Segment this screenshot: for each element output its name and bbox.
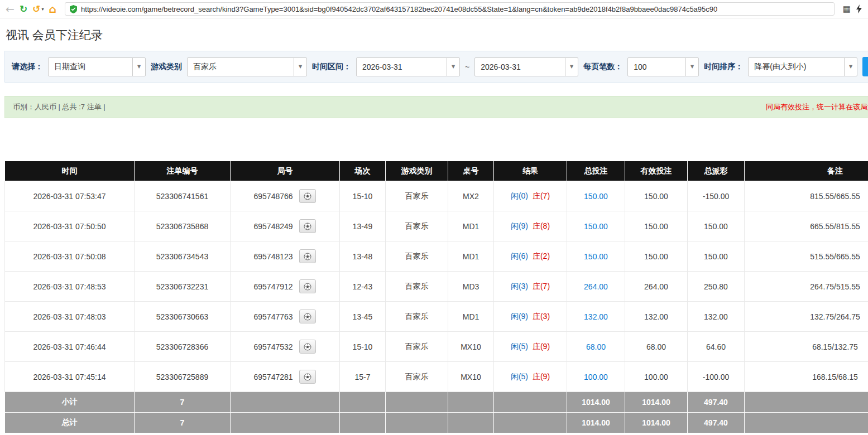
chevron-down-icon[interactable]: ▼ (294, 58, 306, 76)
result-cell: 闲(5) 庄(9) (494, 332, 567, 362)
undo-dropdown-icon[interactable]: ▾ (41, 7, 44, 12)
total-bet-link[interactable]: 150.00 (584, 222, 608, 231)
total-payout: 497.40 (688, 413, 745, 433)
time-range-label: 时间区间： (312, 62, 351, 72)
lightning-icon[interactable] (856, 4, 862, 13)
date-from-select[interactable]: 2026-03-31 ▼ (356, 57, 460, 76)
player-result: 闲(0) (511, 191, 528, 200)
table-no-cell: MX2 (448, 181, 494, 211)
sort-select[interactable]: 降幂(由大到小) ▼ (748, 57, 857, 76)
replay-button[interactable] (299, 279, 316, 293)
note-cell: 815.55/665.55 (745, 181, 868, 211)
summary-bar: 币别：人民币 | 总共 :7 注单 | 同局有效投注，统一计算在该局第 (4, 96, 868, 118)
replay-button[interactable] (299, 219, 316, 233)
banker-result: 庄(9) (533, 372, 550, 381)
round-cell: 695748249 (231, 211, 340, 241)
valid-bet-cell: 100.00 (625, 362, 688, 392)
round-id: 695747912 (254, 282, 293, 291)
replay-button[interactable] (299, 370, 316, 384)
col-bet-id: 注单编号 (135, 161, 231, 181)
page-size-select[interactable]: 100 ▼ (627, 57, 699, 76)
table-body: 2026-03-31 07:53:47 523306741561 6957487… (5, 181, 868, 392)
table-no-cell: MX10 (448, 362, 494, 392)
query-type-value: 日期查询 (49, 62, 132, 72)
total-bet-link[interactable]: 150.00 (584, 252, 608, 261)
session-cell: 13-49 (340, 211, 386, 241)
round-id: 695748249 (254, 222, 293, 231)
replay-button[interactable] (299, 340, 316, 354)
sort-label: 时间排序： (704, 62, 743, 72)
payout-cell: 64.60 (688, 332, 745, 362)
chevron-down-icon[interactable]: ▼ (565, 58, 578, 76)
chevron-down-icon[interactable]: ▼ (844, 58, 857, 76)
note-cell: 515.55/665.55 (745, 241, 868, 272)
chevron-down-icon[interactable]: ▼ (685, 58, 698, 76)
undo-button[interactable]: ↺ ▾ (32, 4, 44, 14)
total-bet-link[interactable]: 100.00 (584, 373, 608, 381)
game-type-cell: 百家乐 (386, 302, 448, 332)
table-no-cell: MD1 (448, 241, 494, 272)
extensions-grid-icon[interactable]: ▦ (843, 4, 851, 14)
total-bet-link[interactable]: 150.00 (584, 192, 608, 201)
replay-button[interactable] (299, 310, 316, 323)
player-result: 闲(6) (511, 252, 528, 260)
total-count: 7 (135, 413, 231, 433)
time-cell: 2026-03-31 07:48:53 (5, 272, 135, 302)
banker-result: 庄(2) (533, 252, 550, 260)
player-result: 闲(9) (511, 221, 528, 230)
address-bar[interactable]: https://videoie.com/game/betrecord_searc… (65, 2, 835, 16)
refresh-icon[interactable]: ↻ (20, 4, 27, 14)
result-cell: 闲(3) 庄(7) (494, 272, 567, 302)
session-cell: 15-10 (340, 181, 386, 211)
security-shield-icon (70, 5, 77, 13)
total-bet-cell: 150.00 (567, 241, 625, 272)
total-bet-link[interactable]: 132.00 (584, 312, 608, 321)
home-icon[interactable]: ⌂ (49, 4, 56, 14)
valid-bet-cell: 264.00 (625, 272, 688, 302)
url-text[interactable]: https://videoie.com/game/betrecord_searc… (81, 5, 717, 13)
col-game-type: 游戏类别 (386, 161, 448, 181)
total-bet-link[interactable]: 264.00 (584, 282, 608, 291)
total-bet-cell: 132.00 (567, 302, 625, 332)
game-type-label: 游戏类别 (151, 62, 182, 72)
time-cell: 2026-03-31 07:53:47 (5, 181, 135, 211)
filter-bar: 请选择： 日期查询 ▼ 游戏类别 百家乐 ▼ 时间区间： 2026-03-31 … (4, 51, 868, 83)
round-id: 695748766 (254, 192, 293, 201)
page-size-label: 每页笔数： (583, 62, 622, 72)
game-type-select[interactable]: 百家乐 ▼ (187, 57, 307, 76)
replay-button[interactable] (299, 189, 316, 203)
total-bet-cell: 150.00 (567, 211, 625, 241)
payout-cell: -100.00 (688, 362, 745, 392)
round-id: 695747281 (254, 373, 293, 381)
table-header-row: 时间 注单编号 局号 场次 游戏类别 桌号 结果 总投注 有效投注 总派彩 备注 (5, 161, 868, 181)
col-time: 时间 (5, 161, 135, 181)
date-to-value: 2026-03-31 (475, 62, 565, 71)
banker-result: 庄(8) (533, 221, 550, 230)
time-cell: 2026-03-31 07:45:14 (5, 362, 135, 392)
replay-button[interactable] (299, 249, 316, 263)
date-to-select[interactable]: 2026-03-31 ▼ (474, 57, 578, 76)
game-type-value: 百家乐 (188, 62, 294, 72)
subtotal-label: 小计 (5, 392, 135, 413)
session-cell: 13-48 (340, 241, 386, 272)
choose-label: 请选择： (12, 62, 43, 72)
table-no-cell: MX10 (448, 332, 494, 362)
col-round: 局号 (231, 161, 340, 181)
round-cell: 695748123 (231, 241, 340, 272)
banker-result: 庄(7) (533, 191, 550, 200)
payout-cell: 150.00 (688, 211, 745, 241)
chevron-down-icon[interactable]: ▼ (447, 58, 459, 76)
col-table-no: 桌号 (448, 161, 494, 181)
total-bet-cell: 150.00 (567, 181, 625, 211)
bet-id-cell: 523306732231 (135, 272, 231, 302)
table-row: 2026-03-31 07:50:08 523306734543 6957481… (5, 241, 868, 272)
game-type-cell: 百家乐 (386, 241, 448, 272)
query-type-select[interactable]: 日期查询 ▼ (48, 57, 146, 76)
banker-result: 庄(9) (533, 342, 550, 351)
total-bet-link[interactable]: 68.00 (586, 342, 606, 351)
back-icon[interactable]: ← (6, 4, 15, 14)
table-row: 2026-03-31 07:45:14 523306725889 6957472… (5, 362, 868, 392)
chevron-down-icon[interactable]: ▼ (132, 58, 145, 76)
session-cell: 13-45 (340, 302, 386, 332)
search-button[interactable]: 查询 (862, 57, 868, 76)
